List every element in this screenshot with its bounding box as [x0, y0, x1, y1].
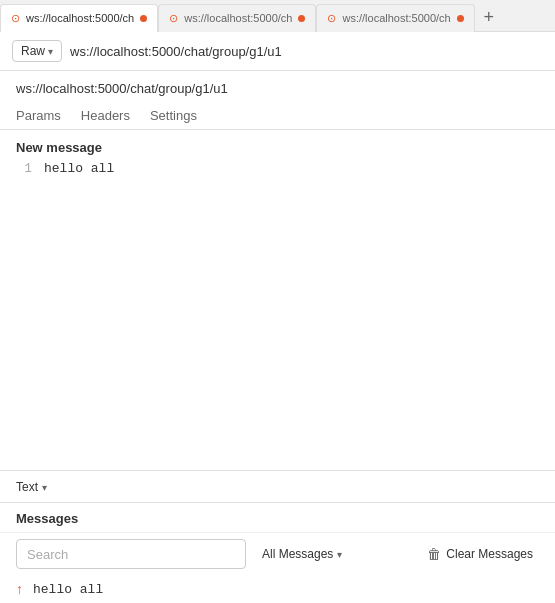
tab-settings[interactable]: Settings	[150, 108, 197, 129]
tab-2[interactable]: ⊙ ws://localhost:5000/ch	[158, 4, 316, 32]
bottom-panel: Text ▾ Messages All Messages ▾ 🗑 Clear M…	[0, 470, 555, 603]
text-type-bar: Text ▾	[0, 471, 555, 503]
raw-label: Raw	[21, 44, 45, 58]
messages-header: Messages	[0, 503, 555, 532]
tab-label-1: ws://localhost:5000/ch	[26, 12, 134, 24]
tab-1[interactable]: ⊙ ws://localhost:5000/ch	[0, 4, 158, 32]
messages-toolbar: All Messages ▾ 🗑 Clear Messages	[0, 532, 555, 575]
connection-info: ws://localhost:5000/chat/group/g1/u1	[0, 71, 555, 102]
code-line-1: 1 hello all	[16, 161, 539, 176]
tab-icon-1: ⊙	[11, 12, 20, 25]
message-arrow-icon: ↑	[16, 581, 23, 597]
filter-label: All Messages	[262, 547, 333, 561]
text-type-chevron-icon: ▾	[42, 482, 47, 493]
clear-messages-button[interactable]: 🗑 Clear Messages	[421, 542, 539, 566]
line-number: 1	[16, 161, 32, 176]
text-type-label: Text	[16, 480, 38, 494]
clear-label: Clear Messages	[446, 547, 533, 561]
tab-icon-3: ⊙	[327, 12, 336, 25]
url-display: ws://localhost:5000/chat/group/g1/u1	[70, 44, 282, 59]
tab-label-3: ws://localhost:5000/ch	[342, 12, 450, 24]
tab-params[interactable]: Params	[16, 108, 61, 129]
new-tab-button[interactable]: +	[475, 4, 503, 32]
message-text: hello all	[33, 582, 103, 597]
tab-icon-2: ⊙	[169, 12, 178, 25]
text-type-button[interactable]: Text ▾	[16, 480, 47, 494]
raw-button[interactable]: Raw ▾	[12, 40, 62, 62]
message-row: ↑ hello all	[0, 575, 555, 603]
raw-chevron-icon: ▾	[48, 46, 53, 57]
filter-chevron-icon: ▾	[337, 549, 342, 560]
tab-bar: ⊙ ws://localhost:5000/ch ⊙ ws://localhos…	[0, 0, 555, 32]
tab-dot-2	[298, 15, 305, 22]
tab-dot-3	[457, 15, 464, 22]
url-bar: Raw ▾ ws://localhost:5000/chat/group/g1/…	[0, 32, 555, 71]
search-input[interactable]	[16, 539, 246, 569]
line-content: hello all	[44, 161, 114, 176]
tab-label-2: ws://localhost:5000/ch	[184, 12, 292, 24]
tab-dot-1	[140, 15, 147, 22]
new-message-section: New message 1 hello all	[0, 130, 555, 186]
filter-button[interactable]: All Messages ▾	[256, 543, 348, 565]
trash-icon: 🗑	[427, 546, 441, 562]
new-message-label: New message	[16, 140, 539, 155]
code-editor[interactable]: 1 hello all	[16, 161, 539, 176]
tab-headers[interactable]: Headers	[81, 108, 130, 129]
connection-url: ws://localhost:5000/chat/group/g1/u1	[16, 81, 228, 96]
tab-3[interactable]: ⊙ ws://localhost:5000/ch	[316, 4, 474, 32]
nav-tabs: Params Headers Settings	[0, 102, 555, 130]
